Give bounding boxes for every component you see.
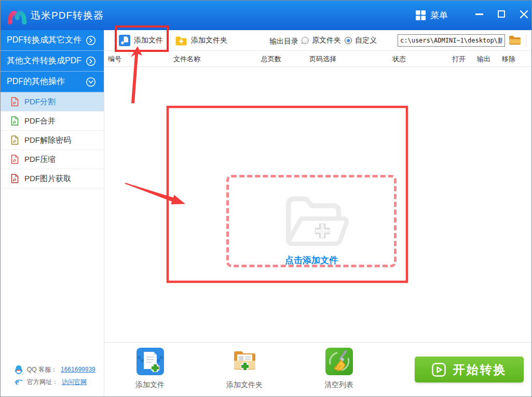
radio-custom-label: 自定义 — [355, 36, 377, 45]
add-file-icon — [119, 35, 130, 46]
sidebar-item-pdf-remove-password[interactable]: PDF解除密码 — [1, 131, 104, 150]
sidebar-item-pdf-compress[interactable]: PDF压缩 — [1, 150, 104, 169]
output-dir-label: 输出目录： — [269, 37, 306, 46]
clear-list-button[interactable]: 清空列表 — [308, 348, 370, 390]
file-list-area: 点击添加文件 — [104, 67, 532, 342]
col-header-number: 编号 — [108, 51, 121, 67]
pdf-file-icon — [11, 135, 19, 145]
chevron-down-circle-icon — [86, 77, 96, 87]
qq-service-label: QQ 客服： — [27, 365, 57, 374]
toolbar-divider — [526, 34, 526, 47]
file-table-header: 编号 文件名称 总页数 页码选择 状态 打开 输出 移除 — [104, 51, 532, 67]
maximize-icon — [498, 10, 505, 18]
col-header-total-pages: 总页数 — [261, 51, 281, 67]
sidebar-group-label: PDF的其他操作 — [7, 76, 65, 87]
col-header-open: 打开 — [452, 51, 466, 67]
qq-number-link[interactable]: 1661699939 — [61, 366, 96, 373]
sidebar-subitem-label: PDF分割 — [24, 97, 56, 107]
close-icon — [520, 10, 528, 18]
main-pane: 添加文件 添加文件夹 输出目录： 原文件夹 自定义 — [104, 30, 532, 397]
add-folder-button[interactable]: 添加文件夹 — [175, 30, 227, 51]
sidebar-group-label: 其他文件转换成PDF — [7, 56, 81, 66]
close-button[interactable] — [515, 7, 532, 21]
start-convert-label: 开始转换 — [453, 362, 507, 378]
sidebar: PDF转换成其它文件 其他文件转换成PDF PDF的其他操作 — [1, 30, 104, 397]
radio-original-folder-label: 原文件夹 — [312, 36, 341, 45]
col-header-output: 输出 — [477, 51, 490, 67]
add-folder-big-button[interactable]: 添加文件夹 — [213, 348, 276, 390]
chevron-right-circle-icon — [86, 35, 96, 46]
add-folder-icon — [175, 35, 187, 46]
radio-icon-unselected — [302, 37, 309, 44]
radio-icon-selected — [345, 37, 352, 44]
col-header-remove: 移除 — [502, 51, 515, 67]
sidebar-subitem-label: PDF压缩 — [24, 155, 56, 165]
sidebar-item-pdf-other-ops[interactable]: PDF的其他操作 — [1, 72, 104, 92]
bottom-bar: 添加文件 添加文件夹 — [104, 342, 532, 397]
menu-label: 菜单 — [430, 9, 448, 21]
pdf-file-icon — [11, 97, 19, 106]
dropzone-label: 点击添加文件 — [229, 254, 394, 266]
title-bar: 迅米PDF转换器 菜单 — [1, 1, 532, 30]
pdf-file-icon — [11, 155, 19, 164]
play-icon — [432, 363, 446, 377]
sidebar-group-label: PDF转换成其它文件 — [7, 35, 81, 46]
qq-icon — [14, 365, 23, 375]
official-site-link[interactable]: 访问官网 — [62, 378, 87, 387]
add-folder-big-icon — [231, 348, 258, 375]
add-file-big-button[interactable]: 添加文件 — [119, 348, 181, 390]
browser-e-icon: e — [14, 377, 23, 387]
pdf-file-icon — [11, 116, 19, 126]
maximize-button[interactable] — [493, 7, 510, 21]
browse-folder-icon[interactable] — [509, 35, 521, 46]
pdf-file-icon — [11, 174, 19, 183]
col-header-filename: 文件名称 — [173, 51, 200, 67]
official-site-label: 官方网址： — [27, 378, 58, 387]
dropzone-add-files[interactable]: 点击添加文件 — [226, 175, 397, 267]
start-convert-button[interactable]: 开始转换 — [415, 357, 524, 382]
sidebar-item-pdf-extract-images[interactable]: PDF图片获取 — [1, 169, 104, 188]
sidebar-item-pdf-to-other[interactable]: PDF转换成其它文件 — [1, 30, 104, 51]
add-folder-big-label: 添加文件夹 — [213, 380, 276, 390]
add-file-big-icon — [137, 348, 164, 375]
col-header-page-select: 页码选择 — [309, 51, 336, 67]
clear-list-icon — [325, 348, 353, 375]
chevron-right-circle-icon — [86, 56, 96, 66]
add-file-big-label: 添加文件 — [119, 380, 181, 390]
toolbar-divider — [170, 34, 171, 47]
radio-custom[interactable]: 自定义 — [345, 30, 377, 51]
minimize-icon — [475, 13, 483, 15]
sidebar-subitem-label: PDF解除密码 — [24, 135, 71, 145]
open-folder-plus-icon — [275, 191, 353, 252]
sidebar-subitem-label: PDF合并 — [24, 116, 56, 126]
minimize-button[interactable] — [470, 7, 488, 21]
svg-text:e: e — [16, 377, 19, 386]
output-path-input[interactable] — [398, 34, 505, 47]
add-folder-label: 添加文件夹 — [191, 36, 227, 45]
clear-list-label: 清空列表 — [308, 380, 370, 390]
app-logo-icon — [6, 5, 29, 26]
app-title: 迅米PDF转换器 — [31, 9, 104, 22]
app-window: 迅米PDF转换器 菜单 PDF转换成其它文件 — [0, 0, 532, 397]
grid-menu-icon — [416, 10, 426, 20]
menu-button[interactable]: 菜单 — [416, 7, 448, 23]
sidebar-item-other-to-pdf[interactable]: 其他文件转换成PDF — [1, 51, 104, 72]
add-file-button[interactable]: 添加文件 — [119, 30, 163, 51]
sidebar-item-pdf-split[interactable]: PDF分割 — [1, 92, 104, 112]
support-info: QQ 客服： 1661699939 e 官方网址： 访问官网 — [1, 363, 104, 388]
sidebar-item-pdf-merge[interactable]: PDF合并 — [1, 112, 104, 131]
radio-original-folder[interactable]: 原文件夹 — [302, 30, 341, 51]
toolbar: 添加文件 添加文件夹 输出目录： 原文件夹 自定义 — [104, 30, 532, 51]
sidebar-subitem-label: PDF图片获取 — [24, 174, 71, 184]
add-file-label: 添加文件 — [134, 36, 163, 45]
col-header-status: 状态 — [392, 51, 406, 67]
